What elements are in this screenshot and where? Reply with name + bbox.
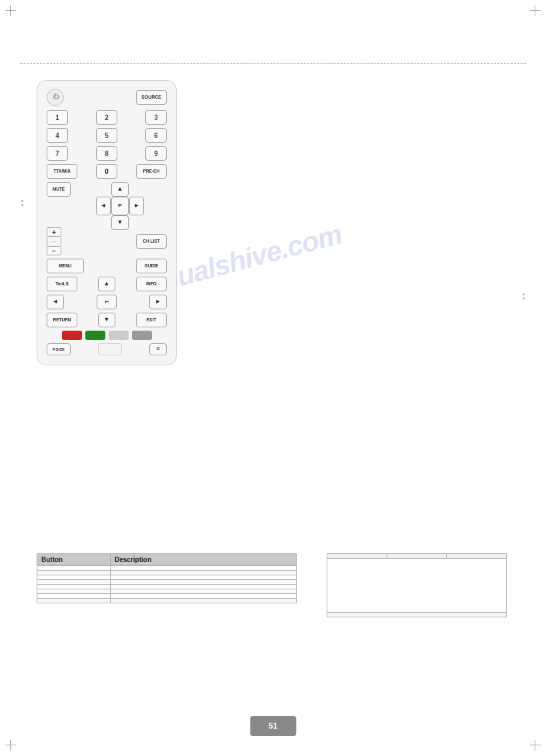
table-cell-desc — [111, 585, 297, 589]
table-cell-desc — [111, 571, 297, 575]
btn-8[interactable]: 8 — [96, 146, 117, 161]
empty-btn-1[interactable] — [98, 343, 122, 355]
table-cell-desc — [111, 575, 297, 580]
crosshair-bottom-left — [5, 740, 16, 751]
prech-button[interactable]: PRE-CH — [136, 164, 167, 179]
side-dots-right — [523, 293, 525, 299]
table-header-button: Button — [37, 554, 111, 566]
btn-9[interactable]: 9 — [145, 146, 167, 161]
dpad-down[interactable]: ▼ — [111, 215, 129, 230]
chlist-button[interactable]: CH LIST — [136, 234, 167, 249]
btn-3[interactable]: 3 — [145, 110, 167, 125]
info-box-body — [327, 559, 506, 612]
btn-2[interactable]: 2 — [96, 110, 117, 125]
info-box-header — [327, 554, 506, 559]
crosshair-top-right — [530, 5, 541, 16]
nav-right-button[interactable]: ► — [149, 295, 167, 309]
hash-button[interactable]: ≡ — [149, 343, 167, 355]
table-cell-button — [37, 599, 111, 603]
up-arrow-button[interactable]: ▲ — [98, 277, 115, 291]
table-cell-desc — [111, 599, 297, 603]
btn-0[interactable]: 0 — [96, 164, 117, 179]
table-cell-button — [37, 571, 111, 575]
table-row — [37, 594, 297, 599]
btn-7[interactable]: 7 — [47, 146, 68, 161]
info-box — [327, 553, 507, 617]
table-row — [37, 589, 297, 594]
table-cell-desc — [111, 594, 297, 599]
table-cell-button — [37, 585, 111, 589]
table-row — [37, 571, 297, 575]
return-button[interactable]: RETURN — [47, 313, 77, 327]
guide-button[interactable]: GUIDE — [136, 259, 167, 273]
power-button[interactable]: ⏻ — [47, 89, 64, 106]
color-buttons-row — [47, 331, 167, 340]
table-cell-button — [37, 575, 111, 580]
table-cell-button — [37, 594, 111, 599]
btn-5[interactable]: 5 — [96, 128, 117, 143]
btn-6[interactable]: 6 — [145, 128, 167, 143]
table-cell-desc — [111, 566, 297, 571]
menu-button[interactable]: MENU — [47, 259, 84, 273]
info-header-cell-3 — [447, 554, 506, 558]
psize-button[interactable]: P.SIZE — [47, 343, 71, 355]
color-red-button[interactable] — [62, 331, 82, 340]
vol-minus-button[interactable]: − — [47, 246, 61, 255]
dpad-right[interactable]: ► — [129, 197, 144, 215]
table-row — [37, 566, 297, 571]
exit-button[interactable]: EXIT — [136, 313, 167, 327]
ttx-button[interactable]: TTX/MIX — [47, 164, 77, 179]
dashed-separator — [20, 63, 526, 64]
nav-left-button[interactable]: ◄ — [47, 295, 64, 309]
table-row — [37, 599, 297, 603]
source-button[interactable]: SOURCE — [136, 90, 167, 105]
table-row — [37, 575, 297, 580]
table-cell-desc — [111, 589, 297, 594]
nav-mid-button[interactable]: ↩ — [97, 295, 117, 309]
color-yellow-button[interactable] — [109, 331, 129, 340]
info-box-footer — [327, 612, 506, 617]
btn-4[interactable]: 4 — [47, 128, 68, 143]
color-blue-button[interactable] — [132, 331, 152, 340]
dpad-left[interactable]: ◄ — [96, 197, 111, 215]
data-table-area: Button Description — [37, 553, 297, 603]
color-green-button[interactable] — [85, 331, 105, 340]
table-row — [37, 580, 297, 585]
crosshair-top-left — [5, 5, 16, 16]
mute-button[interactable]: MUTE — [47, 182, 71, 197]
tools-button[interactable]: TooLS — [47, 277, 77, 291]
table-cell-button — [37, 566, 111, 571]
nav-down-button[interactable]: ▼ — [98, 313, 115, 327]
crosshair-bottom-right — [530, 740, 541, 751]
vol-mid-indicator: — — [47, 237, 61, 246]
table-header-description: Description — [111, 554, 297, 566]
button-description-table: Button Description — [37, 553, 297, 603]
side-dots-left — [21, 200, 23, 206]
table-cell-button — [37, 580, 111, 585]
remote-control: ⏻ SOURCE 1 2 3 4 5 6 7 8 9 TTX/MIX 0 PRE… — [37, 80, 183, 365]
info-button[interactable]: INFO — [136, 277, 167, 291]
page-number: 51 — [250, 716, 296, 736]
table-cell-button — [37, 589, 111, 594]
table-row — [37, 585, 297, 589]
dpad-ok[interactable]: P — [111, 197, 129, 215]
info-header-cell-2 — [387, 554, 447, 558]
info-header-cell-1 — [327, 554, 387, 558]
vol-plus-button[interactable]: + — [47, 227, 61, 237]
dpad-up[interactable]: ▲ — [111, 182, 129, 197]
btn-1[interactable]: 1 — [47, 110, 68, 125]
table-cell-desc — [111, 580, 297, 585]
